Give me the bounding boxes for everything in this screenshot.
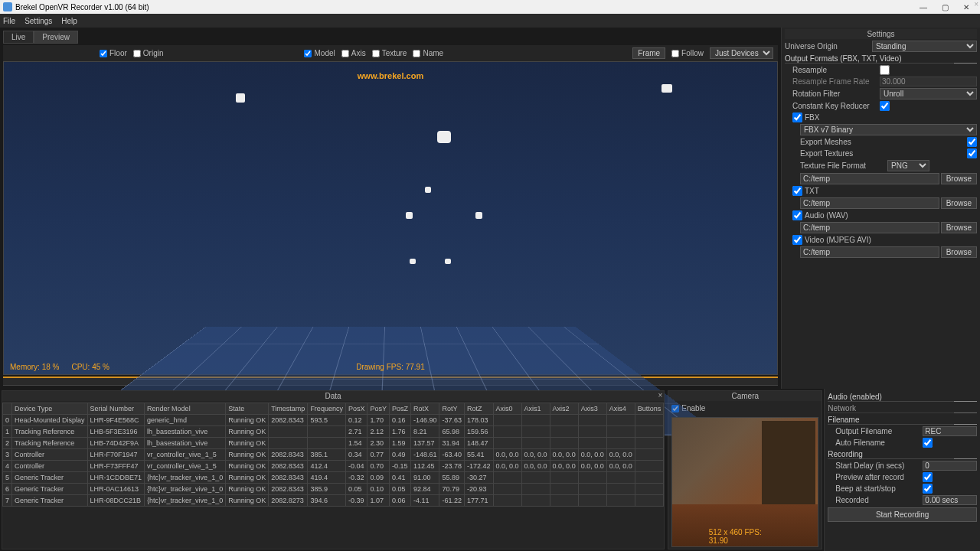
video-check[interactable]: Video (MJPEG AVI) [785, 235, 977, 245]
table-header[interactable]: Serial Number [87, 403, 145, 415]
resample-rate-input[interactable] [880, 77, 977, 86]
menu-settings[interactable]: Settings [24, 17, 52, 25]
audio-browse-button[interactable]: Browse [941, 222, 977, 233]
video-browse-button[interactable]: Browse [941, 246, 977, 258]
table-header[interactable]: Axis4 [606, 403, 635, 415]
table-header[interactable]: Buttons [635, 403, 664, 415]
table-header[interactable]: PosY [368, 403, 390, 415]
data-panel-close[interactable]: × [658, 391, 662, 399]
tex-fmt-label: Texture File Format [800, 161, 884, 170]
fbx-browse-button[interactable]: Browse [941, 173, 977, 184]
output-filename-input[interactable] [923, 426, 977, 436]
tex-fmt-select[interactable]: PNG [887, 160, 929, 171]
table-header[interactable]: Device Type [12, 403, 88, 415]
table-header[interactable]: Render Model [145, 403, 226, 415]
table-cell [635, 484, 664, 495]
tab-live[interactable]: Live [3, 31, 34, 44]
table-header[interactable]: PosX [345, 403, 368, 415]
viewport-fps: Drawing FPS: 77.91 [356, 363, 425, 371]
table-row[interactable]: 0Head-Mounted DisplayLHR-9F4E568Cgeneric… [3, 415, 664, 426]
table-cell: 2 [3, 438, 12, 449]
table-header[interactable]: RotX [410, 403, 439, 415]
table-cell: 177.71 [465, 495, 494, 507]
audio-check[interactable]: Audio (WAV) [785, 210, 977, 220]
table-header[interactable] [3, 403, 12, 415]
audio-panel-header[interactable]: Audio (enabled) [828, 393, 977, 402]
const-key-reducer-check[interactable] [880, 101, 890, 111]
table-cell: Generic Tracker [12, 472, 88, 484]
table-row[interactable]: 1Tracking ReferenceLHB-5F3E3196lh_basest… [3, 426, 664, 438]
camera-panel-close[interactable]: × [974, 0, 978, 8]
table-row[interactable]: 5Generic TrackerLHR-1CDDBE71{htc}vr_trac… [3, 472, 664, 484]
chk-floor[interactable]: Floor [100, 49, 127, 57]
viewport-3d[interactable]: www.brekel.com Memory: 18 %CPU: 45 % Dra… [3, 61, 778, 375]
table-cell: 0.41 [389, 472, 410, 484]
follow-target-select[interactable]: Just Devices [710, 47, 773, 59]
export-meshes-check[interactable] [967, 137, 977, 147]
universe-origin-select[interactable]: Standing [872, 41, 977, 52]
table-cell: Running OK [226, 461, 269, 472]
table-cell: 0.16 [389, 415, 410, 426]
table-cell: {htc}vr_tracker_vive_1_0 [145, 495, 226, 507]
network-header[interactable]: Network [828, 404, 977, 413]
table-header[interactable]: Axis1 [521, 403, 550, 415]
beep-check[interactable] [923, 484, 933, 494]
minimize-button[interactable]: — [913, 0, 934, 14]
chk-follow[interactable]: Follow [671, 49, 704, 57]
preview-after-check[interactable] [923, 472, 933, 482]
menu-file[interactable]: File [3, 17, 15, 25]
resample-check[interactable] [880, 65, 890, 75]
frame-button[interactable]: Frame [632, 47, 665, 59]
table-cell: 137.57 [410, 438, 439, 449]
table-header[interactable]: Timestamp [269, 403, 308, 415]
table-cell: -4.11 [410, 495, 439, 507]
table-header[interactable]: Axis3 [578, 403, 606, 415]
table-header[interactable]: RotY [439, 403, 465, 415]
recorded-value [923, 495, 977, 505]
table-header[interactable]: State [226, 403, 269, 415]
table-cell [550, 495, 578, 507]
txt-path-input[interactable] [800, 197, 939, 209]
audio-path-input[interactable] [800, 222, 939, 233]
export-textures-check[interactable] [967, 148, 977, 158]
table-cell [635, 449, 664, 461]
maximize-button[interactable]: ▢ [934, 0, 956, 14]
table-cell: Controller [12, 449, 88, 461]
table-cell: 7 [3, 495, 12, 507]
chk-origin[interactable]: Origin [133, 49, 164, 57]
device-basestation-1 [236, 93, 245, 103]
table-row[interactable]: 7Generic TrackerLHR-08DCC21B{htc}vr_trac… [3, 495, 664, 507]
table-cell [578, 495, 606, 507]
chk-texture[interactable]: Texture [372, 49, 407, 57]
table-header[interactable]: Axis0 [493, 403, 521, 415]
txt-browse-button[interactable]: Browse [941, 197, 977, 209]
chk-name[interactable]: Name [413, 49, 443, 57]
table-row[interactable]: 3ControllerLHR-F70F1947vr_controller_viv… [3, 449, 664, 461]
table-header[interactable]: Frequency [308, 403, 346, 415]
tab-preview[interactable]: Preview [34, 31, 78, 44]
fbx-check[interactable]: FBX [785, 112, 977, 122]
txt-check[interactable]: TXT [785, 186, 977, 196]
table-header[interactable]: RotZ [465, 403, 494, 415]
table-cell: LHR-1CDDBE71 [87, 472, 145, 484]
rotation-filter-select[interactable]: Unroll [880, 88, 977, 99]
menu-help[interactable]: Help [61, 17, 77, 25]
table-header[interactable]: PosZ [389, 403, 410, 415]
chk-model[interactable]: Model [304, 49, 335, 57]
table-cell: 0.10 [368, 484, 390, 495]
table-cell [606, 484, 635, 495]
table-cell: LHR-08DCC21B [87, 495, 145, 507]
table-row[interactable]: 6Generic TrackerLHR-0AC14613{htc}vr_trac… [3, 484, 664, 495]
start-recording-button[interactable]: Start Recording [828, 507, 977, 522]
table-header[interactable]: Axis2 [550, 403, 578, 415]
fbx-version-select[interactable]: FBX v7 Binary [800, 124, 977, 135]
fbx-path-input[interactable] [800, 173, 939, 184]
table-row[interactable]: 4ControllerLHR-F73FFF47vr_controller_viv… [3, 461, 664, 472]
auto-filename-check[interactable] [923, 438, 933, 448]
table-cell: Running OK [226, 449, 269, 461]
chk-axis[interactable]: Axis [341, 49, 366, 57]
video-path-input[interactable] [800, 246, 939, 258]
table-row[interactable]: 2Tracking ReferenceLHB-74D42F9Alh_basest… [3, 438, 664, 449]
table-cell: LHR-F70F1947 [87, 449, 145, 461]
start-delay-input[interactable] [923, 461, 977, 471]
